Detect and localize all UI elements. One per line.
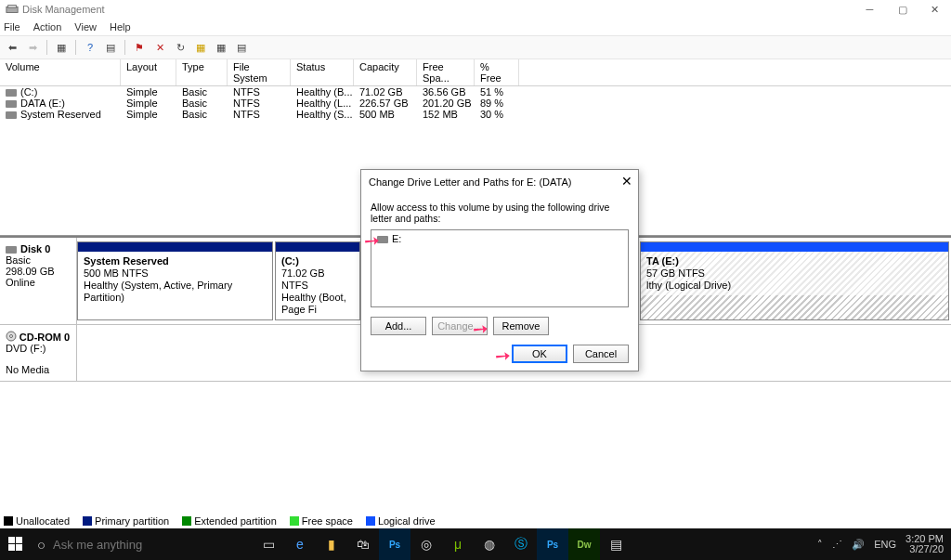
drive-letter-item[interactable]: E:	[392, 233, 401, 244]
app-ps2[interactable]: Ps	[537, 528, 568, 560]
window-titlebar: Disk Management ─ ▢ ✕	[0, 0, 951, 19]
help-button[interactable]: ?	[82, 39, 98, 56]
svg-rect-7	[16, 544, 22, 551]
dialog-subtitle: Allow access to this volume by using the…	[371, 202, 629, 224]
col-volume[interactable]: Volume	[0, 59, 121, 85]
remove-button[interactable]: Remove	[493, 317, 549, 335]
menu-file[interactable]: File	[4, 21, 20, 33]
volume-row[interactable]: DATA (E:)SimpleBasicNTFSHealthy (L...226…	[0, 98, 951, 109]
tray-network-icon[interactable]: ⋰	[832, 539, 842, 551]
show-hide-button[interactable]: ▦	[53, 39, 70, 56]
svg-rect-5	[16, 537, 22, 543]
list-header: Volume Layout Type File System Status Ca…	[0, 59, 951, 86]
change-drive-letter-dialog: Change Drive Letter and Paths for E: (DA…	[360, 169, 639, 371]
back-button[interactable]: ⬅	[4, 39, 20, 56]
cdrom-icon	[6, 331, 17, 342]
app-edge[interactable]: e	[284, 528, 316, 560]
app-utorrent[interactable]: μ	[442, 528, 474, 560]
toolbar: ⬅ ➡ ▦ ? ▤ ⚑ ✕ ↻ ▦ ▦ ▤	[0, 35, 951, 59]
ok-button[interactable]: OK	[512, 345, 567, 363]
search-box[interactable]: ○	[32, 528, 245, 560]
maximize-button[interactable]: ▢	[886, 0, 918, 19]
partition-system-reserved[interactable]: System Reserved500 MB NTFSHealthy (Syste…	[77, 241, 273, 320]
menu-view[interactable]: View	[74, 21, 97, 33]
settings-view-button[interactable]: ▤	[102, 39, 119, 56]
drive-letter-list[interactable]: E:	[371, 229, 629, 307]
delete-icon[interactable]: ✕	[151, 39, 168, 56]
app-explorer[interactable]: ▮	[316, 528, 347, 560]
app-coreldraw[interactable]: ◎	[410, 528, 442, 560]
col-pctfree[interactable]: % Free	[475, 59, 519, 85]
volume-row[interactable]: System ReservedSimpleBasicNTFSHealthy (S…	[0, 109, 951, 120]
dialog-titlebar: Change Drive Letter and Paths for E: (DA…	[361, 170, 638, 194]
col-capacity[interactable]: Capacity	[354, 59, 417, 85]
system-tray: ˄ ⋰ 🔊 ENG 3:20 PM 3/27/20	[810, 534, 951, 554]
search-input[interactable]	[53, 538, 220, 552]
partition-c[interactable]: (C:)71.02 GB NTFSHealthy (Boot, Page Fi	[275, 241, 360, 320]
app-chrome[interactable]: ◍	[474, 528, 505, 560]
disk-info: Disk 0 Basic 298.09 GB Online	[0, 238, 77, 324]
disk-icon	[6, 246, 17, 254]
menubar: File Action View Help	[0, 19, 951, 35]
menu-action[interactable]: Action	[33, 21, 62, 33]
app-photoshop[interactable]: Ps	[379, 528, 410, 560]
col-status[interactable]: Status	[291, 59, 354, 85]
partition-data-e[interactable]: TA (E:)57 GB NTFSlthy (Logical Drive)	[640, 241, 949, 320]
svg-rect-6	[8, 544, 15, 551]
windows-icon	[8, 537, 23, 552]
svg-point-3	[10, 335, 13, 338]
flag-icon[interactable]: ⚑	[131, 39, 148, 56]
window-title: Disk Management	[22, 4, 105, 15]
minimize-button[interactable]: ─	[853, 0, 886, 19]
tray-language[interactable]: ENG	[874, 539, 896, 550]
tray-clock[interactable]: 3:20 PM 3/27/20	[905, 534, 944, 554]
col-type[interactable]: Type	[176, 59, 228, 85]
start-button[interactable]	[0, 537, 32, 552]
taskbar-apps: ▭ e ▮ 🛍 Ps ◎ μ ◍ Ⓢ Ps Dw ▤	[245, 528, 810, 560]
list-button[interactable]: ▤	[233, 39, 250, 56]
app-dreamweaver[interactable]: Dw	[568, 528, 600, 560]
volume-row[interactable]: (C:)SimpleBasicNTFSHealthy (B...71.02 GB…	[0, 86, 951, 98]
cdrom-info: CD-ROM 0 DVD (F:) No Media	[0, 325, 77, 381]
tray-volume-icon[interactable]: 🔊	[852, 539, 865, 551]
tray-chevron-up-icon[interactable]: ˄	[817, 539, 823, 551]
properties-button[interactable]: ▦	[213, 39, 229, 56]
task-view-button[interactable]: ▭	[253, 528, 284, 560]
forward-button[interactable]: ➡	[24, 39, 41, 56]
dialog-close-button[interactable]: ✕	[621, 174, 632, 189]
col-filesystem[interactable]: File System	[228, 59, 291, 85]
taskbar: ○ ▭ e ▮ 🛍 Ps ◎ μ ◍ Ⓢ Ps Dw ▤ ˄ ⋰ 🔊 ENG 3…	[0, 528, 951, 560]
refresh-button[interactable]: ↻	[172, 39, 189, 56]
col-free[interactable]: Free Spa...	[417, 59, 475, 85]
new-button[interactable]: ▦	[192, 39, 209, 56]
dialog-title: Change Drive Letter and Paths for E: (DA…	[369, 176, 571, 188]
add-button[interactable]: Add...	[371, 317, 426, 335]
app-store[interactable]: 🛍	[347, 528, 379, 560]
menu-help[interactable]: Help	[110, 21, 131, 33]
app-diskmgmt[interactable]: ▤	[600, 528, 632, 560]
cancel-button[interactable]: Cancel	[573, 345, 629, 363]
close-button[interactable]: ✕	[918, 0, 951, 19]
app-icon	[6, 3, 19, 16]
svg-rect-1	[8, 6, 17, 8]
svg-rect-4	[8, 537, 15, 543]
app-skype[interactable]: Ⓢ	[505, 528, 537, 560]
col-layout[interactable]: Layout	[121, 59, 176, 85]
legend: Unallocated Primary partition Extended p…	[4, 515, 436, 527]
